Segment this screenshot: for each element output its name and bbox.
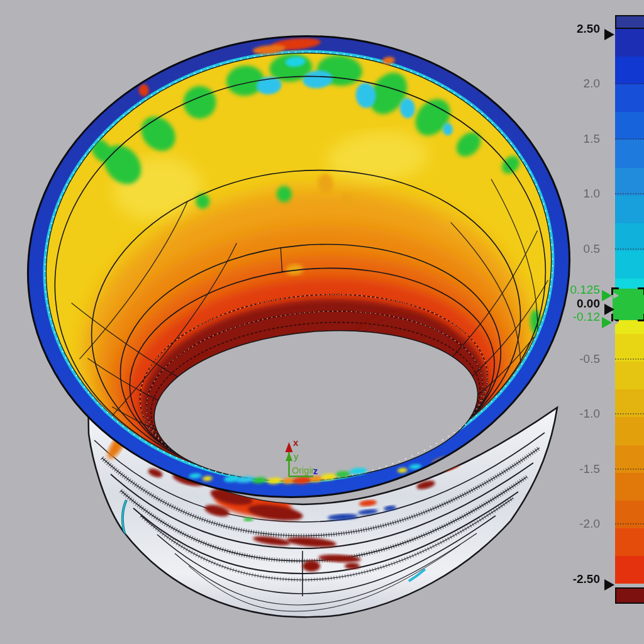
scale-band <box>615 196 644 224</box>
scale-band <box>615 84 644 113</box>
scale-arrow-black[interactable] <box>604 579 614 591</box>
scale-gridline <box>615 193 644 194</box>
scale-band <box>615 556 644 584</box>
scale-label--0.5: -0.5 <box>518 353 600 365</box>
z-axis-label: z <box>313 465 318 476</box>
out-of-range-low-swatch[interactable] <box>615 587 644 604</box>
scale-band <box>615 528 644 557</box>
scale-gridline <box>615 83 644 84</box>
y-axis-label: y <box>294 451 299 462</box>
scale-gridline <box>615 469 644 470</box>
scale-arrow-black[interactable] <box>604 304 614 315</box>
out-of-range-high-swatch[interactable] <box>615 15 644 29</box>
scale-label--2.0: -2.0 <box>518 518 600 530</box>
scale-band <box>615 473 644 501</box>
cad-viewport[interactable]: x y Origin z 2.502.01.51.00.50.1250.00-0… <box>0 0 644 644</box>
scale-label-0.00: 0.00 <box>518 297 600 310</box>
scale-band <box>615 112 644 140</box>
scale-arrow-green[interactable] <box>602 317 612 328</box>
scale-label-0.5: 0.5 <box>518 243 600 255</box>
scale-label--1.0: -1.0 <box>518 408 600 420</box>
scale-band <box>615 223 644 252</box>
scale-arrow-green-hollow <box>613 319 619 326</box>
scale-label-0.125: 0.125 <box>518 284 600 296</box>
scale-gridline <box>615 248 644 250</box>
scale-gridline <box>615 413 644 414</box>
scale-band <box>615 57 644 85</box>
x-axis-label: x <box>293 437 299 448</box>
scale-label--0.12: -0.12 <box>518 311 600 323</box>
scale-arrow-black[interactable] <box>604 29 614 40</box>
scale-label-1.0: 1.0 <box>518 187 600 200</box>
scale-band <box>615 140 644 168</box>
scale-gridline <box>615 523 644 525</box>
selection-corner-icon <box>638 314 644 321</box>
scale-gridline <box>615 138 644 140</box>
scale-band <box>615 251 644 279</box>
scale-band <box>615 168 644 196</box>
scale-gridline <box>615 358 644 360</box>
scale-label-1.5: 1.5 <box>518 133 600 145</box>
scale-label--1.5: -1.5 <box>518 463 600 475</box>
scale-band <box>615 29 644 57</box>
scale-label-2.0: 2.0 <box>518 77 600 90</box>
selection-corner-icon <box>638 287 644 295</box>
scale-label-2.50: 2.50 <box>518 23 600 35</box>
scale-arrow-green[interactable] <box>602 290 612 301</box>
origin-label: Origin <box>292 465 316 475</box>
wheel-rim-model[interactable] <box>9 14 589 617</box>
scale-label--2.50: -2.50 <box>518 573 600 586</box>
scale-band <box>615 417 644 445</box>
scale-arrow-green-hollow <box>613 292 619 299</box>
scale-band <box>615 362 644 390</box>
